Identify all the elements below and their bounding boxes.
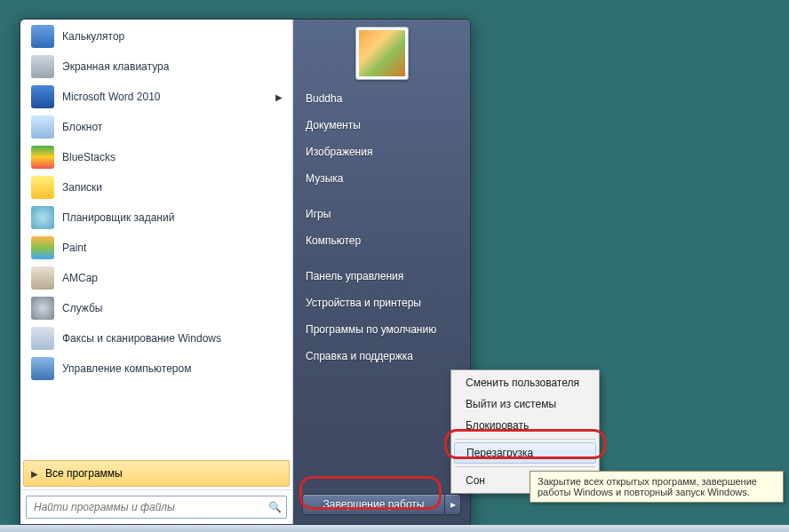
places-item[interactable]: Устройства и принтеры <box>293 290 470 316</box>
search-row: 🔍 <box>20 489 292 524</box>
program-icon <box>30 266 55 290</box>
places-item[interactable]: Документы <box>293 112 470 139</box>
start-menu-right-pane: BuddhaДокументыИзображенияМузыкаИгрыКомп… <box>293 20 470 524</box>
power-menu-item[interactable]: Сменить пользователя <box>453 372 597 393</box>
program-icon <box>30 175 55 200</box>
places-list: BuddhaДокументыИзображенияМузыкаИгрыКомп… <box>293 83 470 371</box>
places-item[interactable]: Панель управления <box>293 263 470 290</box>
program-label: Записки <box>62 181 283 194</box>
program-item[interactable]: Службы <box>22 293 291 323</box>
program-icon <box>30 145 55 170</box>
program-item[interactable]: BlueStacks <box>22 142 291 172</box>
power-menu-item[interactable]: Перезагрузка <box>454 442 596 464</box>
shutdown-label[interactable]: Завершение работы <box>303 495 444 514</box>
places-item[interactable]: Buddha <box>293 85 470 112</box>
program-item[interactable]: Калькулятор <box>22 21 291 52</box>
program-icon <box>30 326 55 351</box>
places-item[interactable]: Программы по умолчанию <box>293 316 470 343</box>
places-item[interactable]: Игры <box>293 201 470 227</box>
places-item[interactable]: Музыка <box>293 165 470 192</box>
program-icon <box>30 356 55 381</box>
flower-icon <box>359 30 405 76</box>
shutdown-button[interactable]: Завершение работы ▸ <box>302 494 461 515</box>
submenu-arrow-icon: ▶ <box>275 92 283 102</box>
search-input[interactable] <box>27 501 263 513</box>
program-icon <box>30 115 55 139</box>
program-icon <box>30 205 55 230</box>
places-item[interactable]: Компьютер <box>293 227 470 254</box>
search-box[interactable]: 🔍 <box>26 496 287 519</box>
program-label: Microsoft Word 2010 <box>62 91 268 103</box>
program-label: Экранная клавиатура <box>62 60 283 73</box>
program-icon <box>30 24 55 49</box>
start-menu: КалькуляторЭкранная клавиатураMicrosoft … <box>20 19 471 525</box>
shutdown-row: Завершение работы ▸ <box>293 487 470 524</box>
program-icon <box>30 84 55 109</box>
program-label: Планировщик заданий <box>62 211 283 224</box>
program-item[interactable]: Планировщик заданий <box>22 202 291 233</box>
program-item[interactable]: Экранная клавиатура <box>22 52 291 82</box>
power-menu-item[interactable]: Выйти из системы <box>453 393 597 415</box>
power-menu-item[interactable]: Блокировать <box>453 415 597 436</box>
restart-tooltip: Закрытие всех открытых программ, заверше… <box>530 471 784 503</box>
program-label: Блокнот <box>62 121 283 133</box>
all-programs-button[interactable]: ▶ Все программы <box>23 460 290 487</box>
program-label: Управление компьютером <box>62 362 283 375</box>
program-icon <box>30 235 55 260</box>
program-label: Факсы и сканирование Windows <box>62 332 283 345</box>
program-item[interactable]: Блокнот <box>22 112 291 142</box>
program-item[interactable]: Управление компьютером <box>22 353 291 384</box>
shutdown-split-arrow[interactable]: ▸ <box>444 495 460 514</box>
program-list: КалькуляторЭкранная клавиатураMicrosoft … <box>20 20 292 457</box>
program-label: Службы <box>62 302 283 314</box>
program-label: BlueStacks <box>62 151 283 163</box>
search-icon[interactable]: 🔍 <box>263 501 286 513</box>
program-label: Калькулятор <box>62 30 283 43</box>
all-programs-label: Все программы <box>45 467 123 480</box>
program-label: Paint <box>62 242 283 254</box>
places-item[interactable]: Изображения <box>293 139 470 165</box>
program-item[interactable]: AMCap <box>22 263 291 293</box>
start-menu-left-pane: КалькуляторЭкранная клавиатураMicrosoft … <box>20 20 293 524</box>
program-item[interactable]: Факсы и сканирование Windows <box>22 323 291 353</box>
places-item[interactable]: Справка и поддержка <box>293 343 470 369</box>
user-avatar[interactable] <box>355 27 409 80</box>
triangle-right-icon: ▶ <box>31 469 38 479</box>
program-icon <box>30 296 55 321</box>
program-item[interactable]: Записки <box>22 172 291 202</box>
taskbar[interactable] <box>0 525 789 532</box>
program-item[interactable]: Paint <box>22 233 291 263</box>
program-item[interactable]: Microsoft Word 2010▶ <box>22 82 291 112</box>
program-label: AMCap <box>62 272 283 284</box>
program-icon <box>30 54 55 79</box>
user-avatar-wrap <box>293 20 470 83</box>
